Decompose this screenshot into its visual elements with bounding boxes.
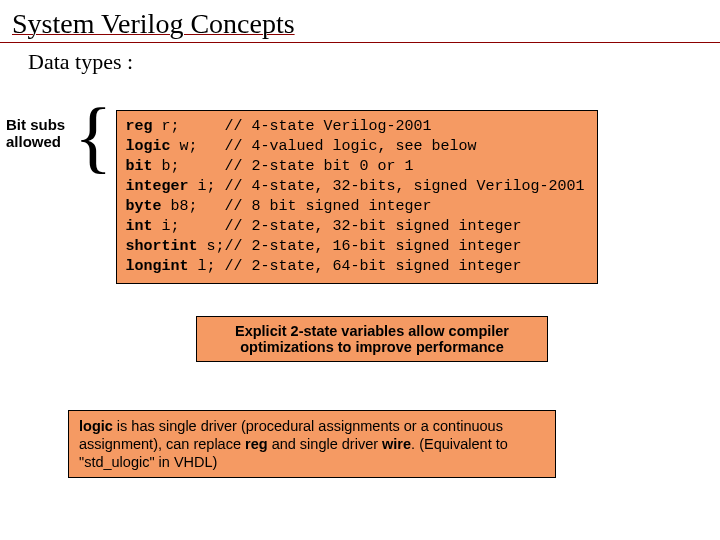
code-rest: l; // 2-state, 64-bit signed integer — [188, 258, 521, 275]
brace-label: Bit subs allowed — [6, 110, 74, 150]
curly-brace-icon: { — [74, 106, 112, 166]
kw-logic: logic — [79, 418, 113, 434]
code-line: byte b8; // 8 bit signed integer — [125, 197, 584, 217]
code-rest: i; // 2-state, 32-bit signed integer — [152, 218, 521, 235]
code-line: reg r; // 4-state Verilog-2001 — [125, 117, 584, 137]
code-line: bit b; // 2-state bit 0 or 1 — [125, 157, 584, 177]
section-subtitle: Data types : — [0, 49, 720, 75]
code-keyword: integer — [125, 178, 188, 195]
code-rest: b; // 2-state bit 0 or 1 — [152, 158, 413, 175]
callout-compiler-opt: Explicit 2-state variables allow compile… — [196, 316, 548, 362]
kw-wire: wire — [382, 436, 411, 452]
main-area: Bit subs allowed { reg r; // 4-state Ver… — [6, 110, 598, 284]
code-keyword: longint — [125, 258, 188, 275]
code-keyword: reg — [125, 118, 152, 135]
code-rest: i; // 4-state, 32-bits, signed Verilog-2… — [188, 178, 584, 195]
code-line: integer i; // 4-state, 32-bits, signed V… — [125, 177, 584, 197]
code-keyword: int — [125, 218, 152, 235]
code-keyword: shortint — [125, 238, 197, 255]
code-line: int i; // 2-state, 32-bit signed integer — [125, 217, 584, 237]
kw-reg: reg — [245, 436, 268, 452]
code-rest: b8; // 8 bit signed integer — [161, 198, 431, 215]
code-block: reg r; // 4-state Verilog-2001logic w; /… — [116, 110, 597, 284]
code-keyword: bit — [125, 158, 152, 175]
code-keyword: byte — [125, 198, 161, 215]
code-line: longint l; // 2-state, 64-bit signed int… — [125, 257, 584, 277]
code-rest: r; // 4-state Verilog-2001 — [152, 118, 431, 135]
page-title: System Verilog Concepts — [0, 0, 720, 43]
code-rest: w; // 4-valued logic, see below — [170, 138, 476, 155]
callout-logic-driver: logic is has single driver (procedural a… — [68, 410, 556, 478]
code-rest: s;// 2-state, 16-bit signed integer — [197, 238, 521, 255]
code-line: shortint s;// 2-state, 16-bit signed int… — [125, 237, 584, 257]
code-keyword: logic — [125, 138, 170, 155]
code-line: logic w; // 4-valued logic, see below — [125, 137, 584, 157]
callout2-text2: and single driver — [268, 436, 382, 452]
